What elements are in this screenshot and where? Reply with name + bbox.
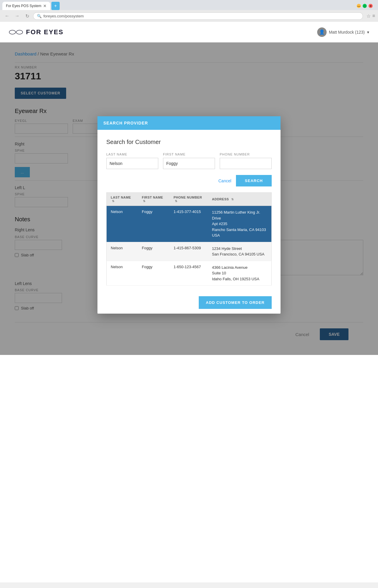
app-logo: ⬭⬭ FOR EYES: [9, 27, 63, 37]
last-name-field: LAST NAME: [106, 153, 158, 169]
user-name: Matt Murdock (123): [329, 30, 365, 35]
app-container: ⬭⬭ FOR EYES 👤 Matt Murdock (123) ▾ Dashb…: [0, 22, 378, 582]
browser-tab[interactable]: For Eyes POS System ✕: [2, 2, 50, 10]
sort-icon-address: ⇅: [231, 198, 234, 201]
cell-first-name: Foggy: [138, 242, 169, 261]
cell-first-name: Foggy: [138, 261, 169, 286]
sort-icon-first-name: ⇅: [143, 199, 146, 203]
table-row[interactable]: Nelson Foggy 1-650-123-4567 4366 Lacinia…: [107, 261, 272, 286]
modal-header: SEARCH PROVIDER: [97, 116, 281, 130]
col-phone[interactable]: PHONE NUMBER ⇅: [170, 193, 208, 206]
results-table: LAST NAME ⇅ FIRST NAME ⇅ PHONE NUMBER ⇅: [106, 192, 272, 286]
last-name-label: LAST NAME: [106, 153, 158, 156]
search-button[interactable]: SEARCH: [236, 175, 272, 186]
main-content: Dashboard / New Eyewear Rx RX NUMBER 317…: [0, 42, 378, 355]
modal-cancel-link[interactable]: Cancel: [219, 178, 232, 183]
menu-icon[interactable]: ≡: [372, 13, 375, 19]
first-name-field: FIRST NAME: [163, 153, 215, 169]
maximize-button[interactable]: □: [363, 4, 367, 8]
table-row[interactable]: Nelson Foggy 1-415-377-4015 11256 Martin…: [107, 206, 272, 242]
user-chevron[interactable]: ▾: [367, 30, 369, 35]
refresh-button[interactable]: ↻: [23, 12, 31, 20]
cell-address: 11256 Martin Luther King Jr. DriveApt #2…: [208, 206, 272, 242]
cell-phone: 1-415-867-5309: [170, 242, 208, 261]
cell-last-name: Nelson: [107, 206, 138, 242]
sort-icon-last-name: ⇅: [112, 199, 115, 203]
first-name-input[interactable]: [163, 158, 215, 169]
forward-button[interactable]: →: [13, 12, 21, 20]
modal-footer: ADD CUSTOMER TO ORDER: [97, 291, 281, 314]
app-user: 👤 Matt Murdock (123) ▾: [317, 27, 369, 37]
table-row[interactable]: Nelson Foggy 1-415-867-5309 1234 Hyde St…: [107, 242, 272, 261]
search-form: LAST NAME FIRST NAME PHONE NUMBER: [106, 153, 272, 169]
cell-address: 1234 Hyde StreetSan Francisco, CA 94105 …: [208, 242, 272, 261]
phone-input[interactable]: [220, 158, 272, 169]
url-bar[interactable]: 🔍 foreyes.com/possystem: [33, 12, 363, 20]
back-button[interactable]: ←: [3, 12, 11, 20]
bookmark-icon[interactable]: ☆: [366, 13, 371, 19]
minimize-button[interactable]: —: [357, 4, 361, 8]
user-avatar: 👤: [317, 27, 327, 37]
tab-close-icon[interactable]: ✕: [43, 4, 47, 8]
sort-icon-phone: ⇅: [175, 199, 177, 203]
window-controls: — □ ✕: [357, 4, 376, 8]
new-tab-button[interactable]: +: [51, 2, 60, 10]
modal-body: Search for Customer LAST NAME FIRST NAME…: [97, 130, 281, 291]
col-address[interactable]: ADDRESS ⇅: [208, 193, 272, 206]
browser-navigation: ← → ↻ 🔍 foreyes.com/possystem ☆ ≡: [0, 10, 378, 22]
avatar-icon: 👤: [319, 29, 325, 35]
logo-text: FOR EYES: [26, 28, 63, 36]
close-button[interactable]: ✕: [369, 4, 373, 8]
logo-icon: ⬭⬭: [9, 27, 23, 37]
last-name-input[interactable]: [106, 158, 158, 169]
phone-field: PHONE NUMBER: [220, 153, 272, 169]
cell-last-name: Nelson: [107, 242, 138, 261]
add-customer-button[interactable]: ADD CUSTOMER TO ORDER: [199, 296, 272, 309]
browser-chrome: For Eyes POS System ✕ + — □ ✕ ← → ↻ 🔍 fo…: [0, 0, 378, 22]
cell-address: 4366 Lacinia AvenueSuite 10Idaho Falls, …: [208, 261, 272, 286]
first-name-label: FIRST NAME: [163, 153, 215, 156]
cell-last-name: Nelson: [107, 261, 138, 286]
browser-titlebar: For Eyes POS System ✕ + — □ ✕: [0, 0, 378, 10]
phone-label: PHONE NUMBER: [220, 153, 272, 156]
table-header-row: LAST NAME ⇅ FIRST NAME ⇅ PHONE NUMBER ⇅: [107, 193, 272, 206]
search-provider-modal: SEARCH PROVIDER Search for Customer LAST…: [97, 116, 281, 314]
col-last-name[interactable]: LAST NAME ⇅: [107, 193, 138, 206]
modal-form-title: Search for Customer: [106, 139, 272, 145]
search-actions: Cancel SEARCH: [106, 175, 272, 186]
app-header: ⬭⬭ FOR EYES 👤 Matt Murdock (123) ▾: [0, 22, 378, 42]
col-first-name[interactable]: FIRST NAME ⇅: [138, 193, 169, 206]
cell-phone: 1-415-377-4015: [170, 206, 208, 242]
cell-phone: 1-650-123-4567: [170, 261, 208, 286]
cell-first-name: Foggy: [138, 206, 169, 242]
tab-title: For Eyes POS System: [6, 4, 41, 8]
modal-header-title: SEARCH PROVIDER: [103, 121, 148, 125]
url-text: foreyes.com/possystem: [43, 14, 359, 18]
